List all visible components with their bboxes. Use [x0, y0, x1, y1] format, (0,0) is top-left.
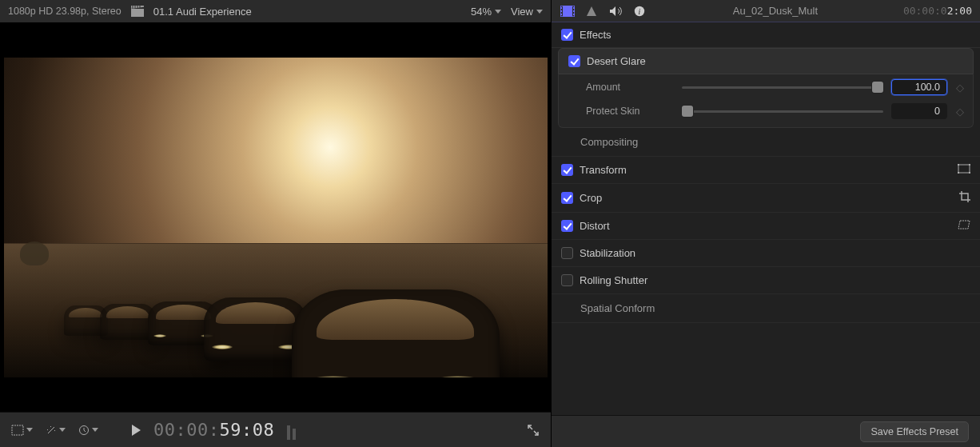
- crop-icon[interactable]: [959, 191, 970, 205]
- effect-name: Desert Glare: [587, 55, 646, 67]
- chevron-down-icon: [26, 428, 33, 432]
- inspector-header: i Au_02_Dusk_Mult 00:00:02:00: [552, 0, 980, 22]
- param-name: Protect Skin: [586, 106, 674, 117]
- keyframe-button[interactable]: ◇: [955, 82, 965, 94]
- stabilization-label: Stabilization: [580, 247, 635, 259]
- inspector-pane: i Au_02_Dusk_Mult 00:00:02:00 Effects De…: [552, 0, 980, 447]
- viewer-header: 1080p HD 23.98p, Stereo 01.1 Audi Experi…: [0, 0, 551, 22]
- tab-color[interactable]: [584, 3, 600, 19]
- enhance-tool-dropdown[interactable]: [46, 425, 66, 436]
- svg-text:i: i: [639, 7, 641, 16]
- param-protect-skin-row: Protect Skin 0 ◇: [586, 103, 965, 119]
- tab-info[interactable]: i: [631, 3, 647, 19]
- rolling-shutter-label: Rolling Shutter: [580, 274, 647, 286]
- tc-dim: 00:00:0: [903, 5, 947, 17]
- audio-meter: [287, 421, 306, 440]
- tc-bright: 2:00: [947, 5, 972, 17]
- svg-rect-0: [131, 9, 144, 17]
- amount-value-field[interactable]: 100.0: [891, 79, 947, 95]
- video-frame: [4, 58, 548, 377]
- viewer-toolbar: 00:00:59:08: [0, 412, 551, 447]
- crop-row[interactable]: Crop: [552, 184, 980, 213]
- distort-row[interactable]: Distort: [552, 213, 980, 240]
- svg-rect-6: [12, 425, 23, 435]
- chevron-down-icon: [59, 428, 66, 432]
- transform-icon[interactable]: [958, 164, 970, 176]
- keyframe-button[interactable]: ◇: [955, 106, 965, 118]
- svg-rect-14: [573, 10, 575, 12]
- amount-slider[interactable]: [682, 81, 883, 94]
- retime-tool-dropdown[interactable]: [78, 425, 98, 436]
- save-effects-preset-button[interactable]: Save Effects Preset: [860, 421, 969, 442]
- inspector-duration: 00:00:02:00: [903, 5, 972, 17]
- fullscreen-button[interactable]: [527, 424, 540, 437]
- effects-label: Effects: [580, 29, 612, 41]
- zoom-value: 54%: [471, 6, 492, 18]
- tab-audio[interactable]: [608, 3, 623, 19]
- inspector-body: Effects Desert Glare Amount 100.0 ◇ Prot…: [552, 22, 980, 415]
- svg-rect-20: [969, 164, 970, 166]
- transform-checkbox[interactable]: [561, 164, 573, 176]
- spatial-conform-section[interactable]: Spatial Conform: [552, 294, 980, 323]
- svg-rect-9: [563, 6, 572, 17]
- effect-header[interactable]: Desert Glare: [558, 48, 974, 74]
- timecode-bright: 59:08: [219, 420, 274, 440]
- svg-rect-18: [958, 165, 970, 173]
- effect-enable-checkbox[interactable]: [568, 55, 580, 67]
- compositing-section[interactable]: Compositing: [552, 128, 980, 157]
- crop-label: Crop: [580, 192, 602, 204]
- distort-icon[interactable]: [958, 220, 970, 232]
- clip-title: 01.1 Audi Experience: [153, 6, 252, 18]
- stabilization-checkbox[interactable]: [561, 247, 573, 259]
- crop-checkbox[interactable]: [561, 192, 573, 204]
- svg-rect-11: [560, 10, 562, 12]
- clip-format: 1080p HD 23.98p, Stereo: [8, 6, 122, 17]
- distort-label: Distort: [580, 220, 610, 232]
- protect-skin-slider[interactable]: [682, 105, 883, 118]
- timecode-dim: 00:00:: [153, 420, 219, 440]
- chevron-down-icon: [92, 428, 98, 432]
- rolling-shutter-checkbox[interactable]: [561, 274, 573, 286]
- transform-tool-dropdown[interactable]: [11, 425, 33, 436]
- svg-rect-13: [573, 7, 575, 9]
- play-button[interactable]: [132, 425, 141, 436]
- viewer-pane: 1080p HD 23.98p, Stereo 01.1 Audi Experi…: [0, 0, 552, 447]
- effects-checkbox[interactable]: [561, 29, 573, 41]
- chevron-down-icon: [536, 10, 543, 14]
- effects-section[interactable]: Effects: [552, 22, 980, 48]
- svg-rect-15: [573, 14, 575, 15]
- svg-rect-12: [560, 14, 562, 15]
- timecode-display[interactable]: 00:00:59:08: [153, 420, 274, 440]
- svg-rect-21: [958, 172, 959, 174]
- inspector-clip-name: Au_02_Dusk_Mult: [655, 5, 895, 17]
- view-label: View: [511, 6, 533, 18]
- distort-checkbox[interactable]: [561, 220, 573, 232]
- chevron-down-icon: [495, 10, 501, 14]
- effect-params: Amount 100.0 ◇ Protect Skin 0 ◇: [558, 74, 974, 128]
- svg-rect-22: [969, 172, 970, 174]
- zoom-dropdown[interactable]: 54%: [471, 6, 501, 18]
- svg-rect-10: [560, 7, 562, 9]
- stabilization-row[interactable]: Stabilization: [552, 240, 980, 267]
- slate-icon: [131, 6, 144, 17]
- tab-video[interactable]: [560, 3, 576, 19]
- inspector-footer: Save Effects Preset: [552, 415, 980, 447]
- view-dropdown[interactable]: View: [511, 6, 543, 18]
- rolling-shutter-row[interactable]: Rolling Shutter: [552, 267, 980, 294]
- transform-label: Transform: [580, 164, 627, 176]
- protect-skin-value-field[interactable]: 0: [891, 103, 947, 119]
- param-name: Amount: [586, 82, 674, 93]
- transform-row[interactable]: Transform: [552, 157, 980, 184]
- svg-rect-19: [958, 164, 959, 166]
- param-amount-row: Amount 100.0 ◇: [586, 79, 965, 95]
- viewer-canvas[interactable]: [0, 22, 551, 412]
